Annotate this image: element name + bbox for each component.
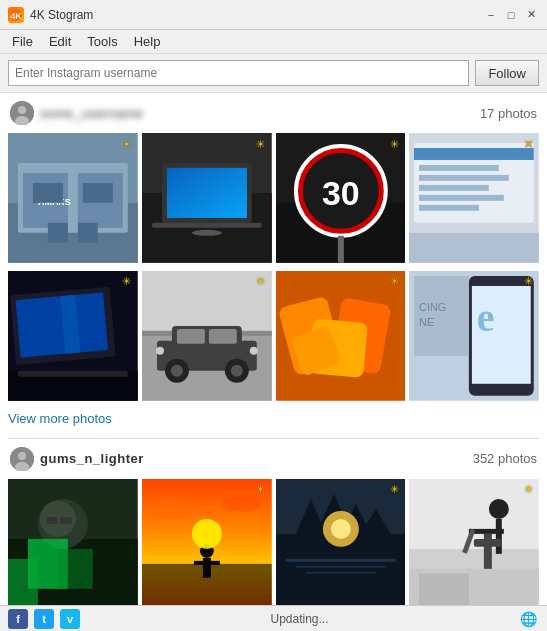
title-bar: 4K 4K Stogram − □ ✕ <box>0 0 547 30</box>
photo-laptop2[interactable]: ✳ <box>8 271 138 401</box>
photo-overlay-3: ✳ <box>387 137 401 151</box>
app-icon: 4K <box>8 7 24 23</box>
svg-rect-76 <box>8 558 38 605</box>
svg-point-21 <box>192 230 222 236</box>
svg-point-87 <box>222 495 262 511</box>
svg-point-3 <box>18 106 26 114</box>
main-content: some_username 17 photos AMAKS ✳ <box>0 93 547 605</box>
svg-text:NE: NE <box>419 316 434 328</box>
svg-rect-36 <box>409 233 539 263</box>
svg-point-69 <box>18 452 26 460</box>
svg-rect-83 <box>203 557 211 577</box>
svg-rect-98 <box>305 571 375 573</box>
svg-rect-27 <box>337 236 343 263</box>
svg-rect-97 <box>295 565 385 567</box>
user-avatar-2 <box>10 447 34 471</box>
svg-point-86 <box>147 498 197 518</box>
photo-count-1: 17 photos <box>480 106 537 121</box>
svg-text:30: 30 <box>322 174 360 212</box>
facebook-icon[interactable]: f <box>8 609 28 629</box>
username-1: some_username <box>40 106 143 121</box>
photo-overlay-1: ✳ <box>120 137 134 151</box>
photo-overlay-10: ✳ <box>254 483 268 497</box>
user-row-1: some_username 17 photos <box>8 101 539 125</box>
social-icons: f t v <box>8 609 80 629</box>
photo-overlay-4: ✕ <box>521 137 535 151</box>
svg-rect-48 <box>177 329 205 344</box>
photo-overlay-8: ✳ <box>521 275 535 289</box>
photo-overlay-6: ✳ <box>254 275 268 289</box>
svg-rect-12 <box>83 183 113 203</box>
username-2: gums_n_lighter <box>40 451 144 466</box>
menu-bar: File Edit Tools Help <box>0 30 547 54</box>
globe-icon: 🌐 <box>519 609 539 629</box>
svg-rect-14 <box>78 223 98 243</box>
svg-rect-20 <box>152 223 262 228</box>
svg-point-54 <box>156 347 164 355</box>
photo-count-2: 352 photos <box>473 451 537 466</box>
photo-amaks[interactable]: AMAKS ✳ <box>8 133 138 263</box>
svg-rect-32 <box>419 175 509 181</box>
svg-point-53 <box>231 365 243 377</box>
username-input[interactable] <box>8 60 469 86</box>
svg-rect-42 <box>18 371 128 377</box>
svg-rect-78 <box>46 516 58 523</box>
svg-rect-19 <box>167 168 247 218</box>
photo-overlay-12: ✳ <box>521 483 535 497</box>
user-avatar-1 <box>10 101 34 125</box>
window-controls: − □ ✕ <box>483 7 539 23</box>
menu-file[interactable]: File <box>4 32 41 51</box>
photo-orange[interactable]: ✳ <box>276 271 406 401</box>
svg-rect-102 <box>496 518 502 553</box>
svg-point-85 <box>192 518 222 548</box>
svg-rect-31 <box>419 165 499 171</box>
photo-screen[interactable]: ✕ <box>409 133 539 263</box>
photo-overlay-5: ✳ <box>120 275 134 289</box>
svg-rect-105 <box>474 538 502 546</box>
svg-rect-35 <box>419 205 479 211</box>
svg-rect-34 <box>419 195 504 201</box>
photo-laptop1[interactable]: ✳ <box>142 133 272 263</box>
photo-tablet[interactable]: e CING NE ✳ <box>409 271 539 401</box>
svg-rect-11 <box>33 183 63 203</box>
svg-text:e: e <box>477 295 495 340</box>
menu-help[interactable]: Help <box>126 32 169 51</box>
svg-point-95 <box>330 518 350 538</box>
photo-grid-3: ✳ ✳ <box>8 479 539 606</box>
minimize-button[interactable]: − <box>483 7 499 23</box>
photo-trees[interactable]: ✳ <box>276 479 406 606</box>
twitter-icon[interactable]: t <box>34 609 54 629</box>
svg-rect-84 <box>194 560 220 564</box>
svg-text:CING: CING <box>419 301 446 313</box>
svg-rect-30 <box>414 148 534 160</box>
menu-edit[interactable]: Edit <box>41 32 79 51</box>
svg-rect-49 <box>209 329 237 344</box>
maximize-button[interactable]: □ <box>503 7 519 23</box>
photo-sign30[interactable]: 30 ✳ <box>276 133 406 263</box>
svg-point-55 <box>250 347 258 355</box>
photo-overlay-2: ✳ <box>254 137 268 151</box>
svg-rect-108 <box>419 573 469 605</box>
photo-overlay-7: ✳ <box>387 275 401 289</box>
status-bar: f t v Updating... 🌐 <box>0 605 547 631</box>
close-button[interactable]: ✕ <box>523 7 539 23</box>
menu-tools[interactable]: Tools <box>79 32 125 51</box>
user-info-2: gums_n_lighter <box>10 447 144 471</box>
user-row-2: gums_n_lighter 352 photos <box>8 447 539 471</box>
svg-rect-77 <box>58 548 93 588</box>
follow-button[interactable]: Follow <box>475 60 539 86</box>
svg-point-101 <box>489 498 509 518</box>
vimeo-icon[interactable]: v <box>60 609 80 629</box>
photo-person[interactable] <box>8 479 138 606</box>
svg-text:4K: 4K <box>10 11 22 21</box>
svg-rect-96 <box>285 558 395 561</box>
section-divider <box>8 438 539 439</box>
photo-sunset[interactable]: ✳ <box>142 479 272 606</box>
photo-grid-2: ✳ ✳ <box>8 271 539 401</box>
photo-car[interactable]: ✳ <box>142 271 272 401</box>
svg-rect-33 <box>419 185 489 191</box>
user-info-1: some_username <box>10 101 143 125</box>
svg-point-51 <box>171 365 183 377</box>
view-more-link[interactable]: View more photos <box>8 409 539 428</box>
photo-bw[interactable]: ✳ <box>409 479 539 606</box>
